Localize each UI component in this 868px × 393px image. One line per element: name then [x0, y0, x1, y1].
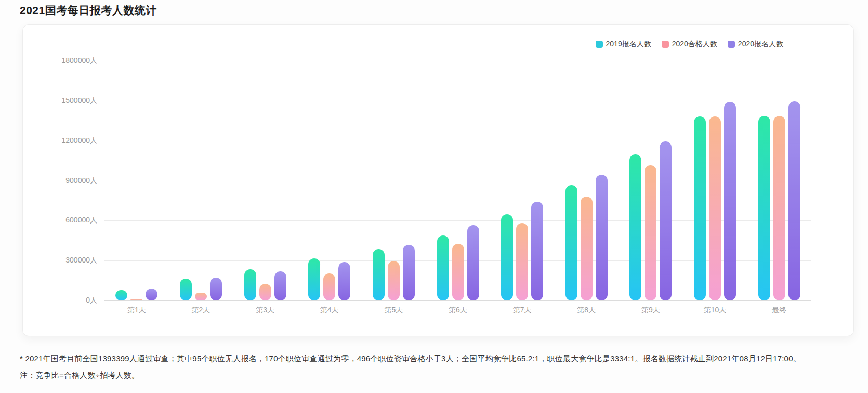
gridline: [104, 61, 811, 61]
bar[interactable]: [660, 141, 672, 300]
x-tick-label: 第2天: [169, 306, 233, 315]
legend-label: 2020合格人数: [672, 40, 717, 49]
y-tick-label: 0人: [86, 296, 97, 305]
y-tick-label: 1800000人: [61, 56, 97, 66]
bar[interactable]: [308, 258, 320, 300]
x-tick-label: 第4天: [297, 306, 362, 315]
bar[interactable]: [501, 214, 513, 300]
bar[interactable]: [115, 290, 127, 300]
footnote-formula: 注：竞争比=合格人数÷招考人数。: [20, 371, 139, 381]
legend-swatch-icon: [596, 41, 603, 48]
bar[interactable]: [338, 262, 350, 300]
plot-area: 0人300000人600000人900000人1200000人1500000人1…: [104, 61, 811, 300]
y-tick-label: 300000人: [65, 256, 97, 265]
bar[interactable]: [724, 102, 736, 300]
legend-item[interactable]: 2020报名人数: [728, 40, 783, 49]
bar[interactable]: [531, 202, 543, 300]
bar[interactable]: [758, 116, 770, 300]
bar[interactable]: [403, 245, 415, 300]
x-tick-label: 第10天: [683, 306, 747, 315]
x-tick-label: 第1天: [104, 306, 169, 315]
gridline: [104, 101, 811, 101]
page-title: 2021国考每日报考人数统计: [20, 3, 157, 18]
y-tick-label: 600000人: [65, 216, 97, 225]
bar[interactable]: [437, 235, 449, 300]
chart-card: 2019报名人数2020合格人数2020报名人数 0人300000人600000…: [22, 24, 854, 336]
x-tick-label: 第9天: [619, 306, 683, 315]
y-tick-label: 900000人: [65, 176, 97, 186]
bar[interactable]: [788, 101, 800, 300]
bar[interactable]: [516, 223, 528, 300]
legend-swatch-icon: [728, 41, 735, 48]
legend-label: 2019报名人数: [606, 40, 651, 49]
legend-item[interactable]: 2019报名人数: [596, 40, 651, 49]
footnote-summary: * 2021年国考目前全国1393399人通过审查；其中95个职位无人报名，17…: [20, 354, 801, 364]
bar[interactable]: [195, 293, 207, 300]
bar[interactable]: [373, 249, 385, 300]
bar[interactable]: [709, 116, 721, 300]
legend-item[interactable]: 2020合格人数: [662, 40, 717, 49]
x-tick-label: 第5天: [362, 306, 426, 315]
bar[interactable]: [274, 271, 286, 300]
bar[interactable]: [130, 299, 142, 300]
bar[interactable]: [388, 261, 400, 300]
legend-swatch-icon: [662, 41, 669, 48]
bar[interactable]: [259, 284, 271, 300]
bar[interactable]: [323, 273, 335, 300]
x-tick-label: 第8天: [554, 306, 619, 315]
y-tick-label: 1200000人: [61, 136, 97, 146]
bar[interactable]: [467, 225, 479, 300]
x-tick-label: 最终: [747, 306, 811, 315]
y-tick-label: 1500000人: [61, 96, 97, 106]
x-axis-line: [104, 300, 811, 301]
bar[interactable]: [694, 116, 706, 300]
bar[interactable]: [210, 278, 222, 300]
bar[interactable]: [596, 175, 608, 300]
legend-label: 2020报名人数: [738, 40, 783, 49]
bar[interactable]: [581, 197, 593, 300]
bar[interactable]: [244, 269, 256, 300]
legend: 2019报名人数2020合格人数2020报名人数: [596, 40, 783, 49]
bar[interactable]: [565, 185, 577, 300]
x-tick-label: 第7天: [490, 306, 555, 315]
x-tick-label: 第6天: [426, 306, 490, 315]
bar[interactable]: [452, 244, 464, 300]
bar[interactable]: [773, 116, 785, 300]
x-tick-label: 第3天: [233, 306, 297, 315]
bar[interactable]: [629, 154, 641, 300]
bar[interactable]: [645, 165, 656, 300]
bar[interactable]: [180, 279, 192, 300]
bar[interactable]: [146, 289, 157, 300]
